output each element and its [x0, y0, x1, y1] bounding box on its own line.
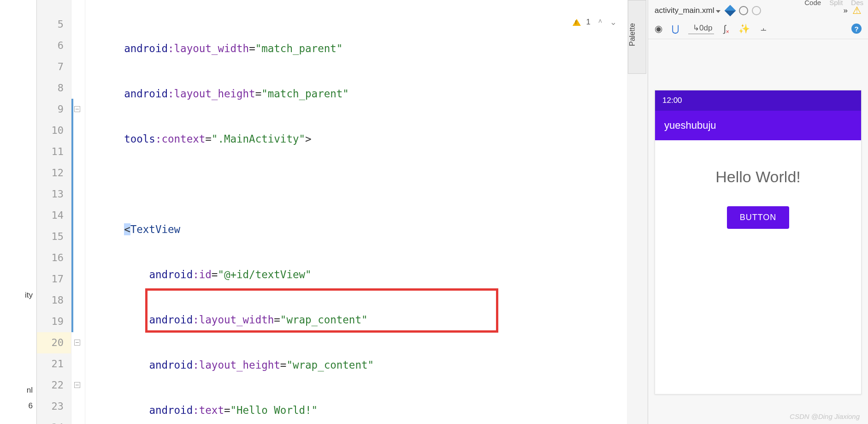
layout-file-dropdown[interactable]: activity_main.xml	[655, 6, 720, 15]
default-margin-dropdown[interactable]: ↳0dp	[688, 23, 714, 34]
project-item-num: 6	[29, 401, 33, 411]
view-split[interactable]: Split	[829, 0, 843, 6]
editor-warnings[interactable]: 1 ＾ ⌄	[573, 17, 617, 28]
preview-app-title: yueshubuju	[664, 119, 716, 131]
preview-app-bar: yueshubuju	[655, 111, 861, 140]
view-design[interactable]: Des	[851, 0, 863, 6]
warning-count: 1	[586, 18, 590, 27]
device-preview[interactable]: 12:00 yueshubuju Hello World! BUTTON	[655, 90, 862, 394]
line-number-gutter: 56789101112 13141516171819 2021222324	[37, 0, 71, 424]
preview-clock: 12:00	[662, 96, 682, 105]
code-area[interactable]: android:layout_width="match_parent" andr…	[85, 0, 627, 424]
preview-status-bar: 12:00	[655, 90, 861, 111]
fold-gutter	[71, 0, 85, 424]
palette-tab[interactable]: Palette	[628, 0, 646, 74]
fold-marker-icon[interactable]	[74, 382, 80, 388]
fold-marker-icon[interactable]	[74, 340, 80, 346]
preview-button[interactable]: BUTTON	[727, 206, 790, 229]
design-surface-icon[interactable]	[725, 5, 736, 17]
blueprint-icon[interactable]	[739, 6, 748, 15]
prev-warning-icon[interactable]: ＾	[596, 17, 604, 28]
clear-constraints-icon[interactable]: ∫×	[723, 24, 729, 34]
fold-marker-icon[interactable]	[74, 106, 80, 112]
design-panel: Code Split Des activity_main.xml » ⚠ ◉ ⋃…	[648, 0, 868, 424]
eye-icon[interactable]: ◉	[655, 23, 662, 34]
next-warning-icon[interactable]: ⌄	[610, 17, 617, 27]
preview-textview[interactable]: Hello World!	[655, 168, 861, 186]
view-mode-switcher: Code Split Des	[804, 0, 863, 9]
orientation-icon[interactable]	[752, 6, 761, 15]
project-item-xml[interactable]: nl	[27, 386, 33, 395]
view-code[interactable]: Code	[804, 0, 821, 6]
watermark: CSDN @Ding Jiaxiong	[790, 412, 860, 420]
align-icon[interactable]: ⫠	[759, 24, 768, 34]
project-pane[interactable]: ity nl 6	[0, 0, 37, 424]
code-editor[interactable]: 56789101112 13141516171819 2021222324 an…	[37, 0, 627, 424]
help-icon[interactable]: ?	[851, 24, 862, 34]
magnet-icon[interactable]: ⋃	[672, 23, 679, 34]
infer-constraints-icon[interactable]: ✨	[738, 23, 750, 34]
warning-icon	[573, 19, 581, 26]
project-item-activity[interactable]: ity	[25, 291, 33, 300]
